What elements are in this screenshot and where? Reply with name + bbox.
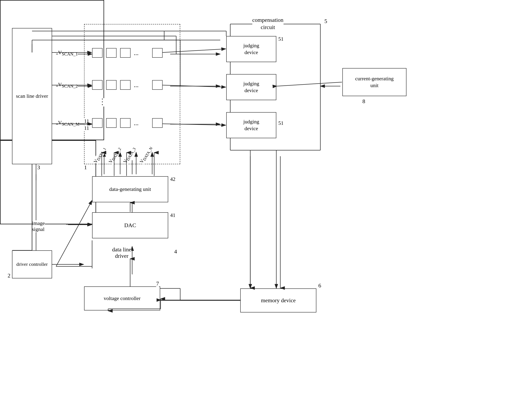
- pixel-array-number: 1: [84, 164, 87, 171]
- cell-r1c2: [106, 48, 116, 58]
- judging-device-2-label: judgingdevice: [243, 80, 259, 94]
- judging-device-1-box: judgingdevice: [226, 36, 276, 62]
- scan-line-driver-label: scan line driver: [16, 93, 48, 100]
- memory-device-number: 6: [318, 282, 321, 289]
- dots-rows: ···: [98, 98, 106, 106]
- cell-r1c3: [120, 48, 131, 58]
- scan-line-driver-box: scan line driver: [12, 28, 52, 164]
- voltage-controller-label: voltage controller: [104, 295, 141, 302]
- number-2-label: 2: [8, 272, 10, 279]
- judging-device-1-number: 51: [278, 36, 284, 42]
- svg-line-69: [277, 82, 342, 86]
- judging-device-2-box: judgingdevice: [226, 74, 276, 100]
- data-line-driver-label: data linedriver: [112, 246, 131, 259]
- data-generating-unit-number: 42: [170, 176, 175, 182]
- memory-device-box: memory device: [240, 288, 316, 312]
- cell-r2c1: [92, 80, 103, 90]
- judging-device-3-box: judgingdevice: [226, 112, 276, 138]
- memory-device-label: memory device: [261, 297, 295, 304]
- data-generating-unit-box: data-generating unit: [92, 176, 168, 202]
- circuit-diagram: scan line driver driver controller 1 ···…: [0, 0, 532, 412]
- cell-rmc1: [92, 118, 103, 128]
- cell-r2cn: [152, 80, 162, 90]
- voltage-controller-box: voltage controller: [84, 287, 160, 310]
- data-generating-unit-label: data-generating unit: [109, 186, 151, 193]
- cell-rmc3: [120, 118, 131, 128]
- dac-number: 41: [170, 212, 175, 218]
- cell-r1c1: [92, 48, 103, 58]
- cell-r1cn: [152, 48, 162, 58]
- dac-label: DAC: [124, 222, 136, 229]
- pixel-array-box: [84, 24, 180, 164]
- vscan1-label: VSCAN_1: [58, 50, 78, 57]
- dots-rm: ···: [134, 121, 139, 129]
- judging-device-3-number: 51: [278, 120, 284, 126]
- cell-rmcn: [152, 118, 162, 128]
- current-generating-unit-label: current-generatingunit: [355, 75, 394, 89]
- cell-r2c2: [106, 80, 116, 90]
- cell-r2c3: [120, 80, 131, 90]
- driver-controller-label: driver controller: [16, 261, 48, 267]
- data-line-driver-number: 4: [174, 248, 177, 255]
- judging-device-3-label: judgingdevice: [243, 118, 259, 132]
- dac-box: DAC: [92, 212, 168, 238]
- judging-device-1-label: judgingdevice: [243, 42, 259, 56]
- vscanm-label: VSCAN_M: [58, 120, 79, 127]
- driver-controller-box: driver controller: [12, 250, 52, 278]
- row-m-label-1: 11: [84, 118, 89, 124]
- voltage-controller-number: 7: [156, 280, 159, 287]
- vscan2-label: VSCAN_2: [58, 82, 78, 89]
- dots-r1: ···: [134, 51, 139, 58]
- cell-rmc2: [106, 118, 116, 128]
- current-generating-unit-box: current-generatingunit: [342, 68, 407, 96]
- number-3-label: 3: [37, 164, 40, 171]
- image-signal-label: imagesignal: [32, 220, 45, 232]
- current-generating-unit-number: 8: [362, 98, 365, 105]
- compensation-circuit-label: compensationcircuit: [252, 16, 284, 31]
- dots-r2: ···: [134, 83, 139, 91]
- compensation-circuit-number: 5: [324, 18, 327, 24]
- row-m-label-2: 11: [84, 125, 89, 131]
